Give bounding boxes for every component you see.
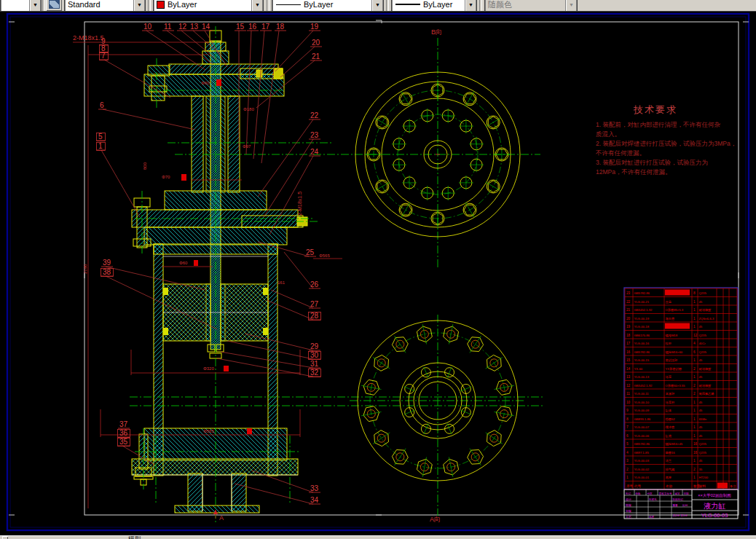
svg-text:螺母M18: 螺母M18 (666, 334, 678, 337)
chevron-down-icon[interactable]: ▼ (465, 0, 476, 12)
svg-text:45: 45 (699, 459, 703, 463)
bom-row: 15YLG-00-15密封压环145 (626, 358, 703, 362)
svg-text:6: 6 (100, 101, 104, 109)
layer-combo[interactable]: ▼ (0, 0, 42, 12)
svg-text:27: 27 (310, 300, 319, 308)
svg-text:7: 7 (101, 52, 106, 60)
svg-text:垫圈16: 垫圈16 (666, 451, 676, 455)
style-combo-value: Standard (65, 0, 133, 9)
svg-text:13: 13 (190, 23, 199, 31)
title-block: 标记处数分区更改文件号签字日期设计校核审核工艺标准化批准阶段标记重量比例共2张 … (624, 489, 738, 519)
svg-text:1: 1 (693, 434, 696, 438)
bom-row: 11YLG-00-11支承环2聚四氟乙烯 (626, 392, 714, 396)
svg-text:更改文件号: 更改文件号 (659, 492, 672, 495)
bom-row: 12GB3452.1-92O形圈60×3.552耐油橡胶 (626, 384, 712, 388)
svg-text:YX-60: YX-60 (634, 367, 643, 371)
bom-header: 材料 (698, 484, 706, 489)
chevron-down-icon[interactable]: ▼ (251, 0, 263, 12)
view-label-a: A向 (430, 516, 441, 523)
svg-text:YLG-00-16: YLG-00-16 (634, 342, 650, 345)
svg-text:40Cr: 40Cr (699, 342, 706, 345)
view-labels: B向A向 (430, 28, 442, 523)
svg-text:Q235: Q235 (699, 291, 707, 295)
chevron-down-icon[interactable]: ▼ (133, 0, 145, 12)
svg-text:65Mn: 65Mn (699, 417, 707, 421)
svg-text:YLG-00-15: YLG-00-15 (634, 358, 650, 362)
svg-text:25: 25 (306, 248, 315, 256)
callout-34: 34 (235, 484, 320, 504)
bom-header: 备注 (730, 484, 736, 488)
svg-text:14: 14 (202, 23, 210, 31)
bom-row: 1YLG-00-01底座1HT200 (626, 476, 709, 479)
svg-text:21: 21 (626, 308, 631, 312)
svg-text:33: 33 (310, 484, 319, 492)
svg-text:19: 19 (626, 325, 631, 328)
chevron-down-icon[interactable]: ▼ (29, 0, 41, 12)
svg-text:YLG-00-11: YLG-00-11 (634, 392, 650, 396)
bom-row: 6YLG-00-06缸底145 (626, 434, 703, 438)
lineweight-combo[interactable]: ByLayer ▼ (391, 0, 477, 12)
bom-row: 16GB5782-86螺栓M16×606Q235 (626, 350, 706, 354)
tech-req-title: 技术要求 (633, 104, 677, 115)
dim-text: Φ565 (203, 429, 214, 433)
svg-text:2: 2 (626, 468, 629, 471)
svg-text:30: 30 (310, 351, 319, 359)
svg-text:密封压环: 密封压环 (666, 358, 678, 362)
style-combo[interactable]: Standard ▼ (64, 0, 146, 12)
svg-text:YLG-00-01: YLG-00-01 (634, 476, 650, 479)
tech-req-line: 3. 装配后对缸进行打压试验，试验压力为 (596, 159, 708, 166)
svg-text:45: 45 (699, 325, 703, 328)
svg-text:3: 3 (626, 459, 629, 463)
svg-text:19: 19 (310, 23, 319, 31)
dim-text: Φ320 (203, 366, 214, 371)
svg-text:O形圈85×5.3: O形圈85×5.3 (666, 308, 684, 312)
color-combo[interactable]: ByLayer ▼ (153, 0, 264, 12)
bom-row: 10YLG-00-10活塞杆145 (626, 401, 703, 404)
bom-row: 17YLG-00-16拉杆440Cr (626, 342, 706, 345)
chevron-down-icon: ▼ (565, 0, 577, 12)
svg-text:39: 39 (103, 259, 111, 267)
text-style-button[interactable] (46, 0, 62, 11)
toolbar-separator (42, 0, 45, 12)
callout-37: 37 (118, 420, 130, 428)
svg-text:45: 45 (699, 300, 703, 304)
svg-text:23: 23 (626, 291, 631, 295)
svg-text:活塞: 活塞 (666, 375, 672, 379)
dim-text: Φ180 (243, 107, 254, 111)
svg-text:校核: 校核 (625, 503, 631, 507)
svg-text:35: 35 (119, 438, 128, 446)
linetype-combo[interactable]: ByLayer ▼ (272, 0, 384, 12)
svg-text:28: 28 (310, 312, 319, 320)
svg-text:12: 12 (693, 334, 698, 337)
svg-text:37: 37 (119, 420, 128, 428)
svg-text:6: 6 (626, 434, 629, 438)
svg-text:1: 1 (693, 417, 696, 421)
bom-row: 23GB5782-868Q235 (626, 290, 706, 296)
drawing-canvas[interactable]: 1011121314151617181920219876513938373635… (0, 0, 756, 539)
bom-row: 5GB5782-86螺栓M16×4516Q235 (626, 442, 706, 446)
svg-text:45: 45 (699, 401, 703, 404)
svg-text:缸底: 缸底 (666, 434, 672, 438)
bom-row: 9YLG-00-09缸体145 (626, 409, 703, 412)
svg-text:YLG-00-06: YLG-00-06 (634, 434, 650, 438)
view-label-b: B向 (431, 28, 442, 36)
svg-text:GB893.1-86: GB893.1-86 (634, 417, 651, 421)
svg-text:15: 15 (236, 23, 245, 31)
svg-text:1: 1 (693, 317, 696, 320)
chevron-down-icon[interactable]: ▼ (371, 0, 383, 12)
svg-text:4: 4 (626, 451, 629, 455)
svg-text:10: 10 (143, 23, 152, 31)
svg-text:活塞杆: 活塞杆 (666, 401, 675, 404)
svg-text:18: 18 (276, 23, 285, 31)
svg-text:1: 1 (693, 401, 696, 404)
svg-text:比例: 比例 (682, 504, 688, 507)
svg-text:15: 15 (626, 358, 631, 362)
svg-text:36: 36 (119, 429, 128, 437)
dim-text: A (219, 514, 224, 522)
callout-1: 1 (97, 142, 141, 217)
dim-text: 2-M18x1.5 (297, 192, 302, 216)
bom-table: 23GB5782-868Q23522YLG-00-21压盖14521GB3452… (624, 288, 738, 489)
svg-text:22: 22 (310, 111, 319, 119)
tab-model[interactable]: 模型 (128, 536, 141, 539)
tab-scroll-button[interactable] (2, 536, 8, 539)
